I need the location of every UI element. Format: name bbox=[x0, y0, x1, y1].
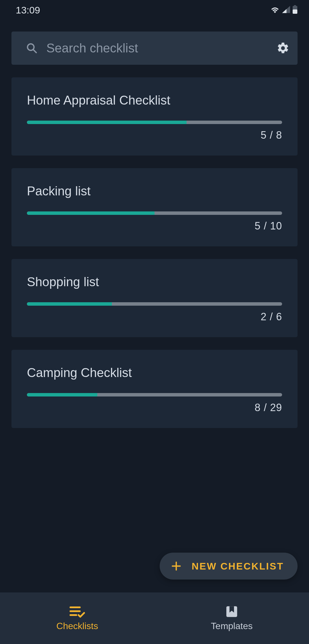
progress-label: 5 / 8 bbox=[27, 129, 282, 141]
checklist-title: Shopping list bbox=[27, 275, 282, 289]
checklist-list: Home Appraisal Checklist5 / 8Packing lis… bbox=[0, 77, 309, 428]
status-icons bbox=[270, 5, 298, 15]
plus-icon bbox=[171, 561, 181, 571]
progress-bar bbox=[27, 302, 282, 306]
checklists-icon bbox=[70, 605, 85, 618]
search-input[interactable] bbox=[46, 41, 276, 55]
search-icon bbox=[26, 42, 38, 54]
checklist-title: Packing list bbox=[27, 184, 282, 198]
checklist-card[interactable]: Packing list5 / 10 bbox=[11, 168, 298, 246]
svg-line-4 bbox=[33, 50, 36, 53]
progress-label: 8 / 29 bbox=[27, 402, 282, 414]
svg-rect-2 bbox=[293, 9, 297, 14]
bottom-nav: Checklists Templates bbox=[0, 592, 309, 644]
progress-bar bbox=[27, 393, 282, 396]
status-bar: 13:09 bbox=[0, 0, 309, 20]
checklist-card[interactable]: Shopping list2 / 6 bbox=[11, 259, 298, 337]
templates-icon bbox=[225, 605, 238, 618]
nav-tab-templates[interactable]: Templates bbox=[154, 592, 309, 644]
wifi-icon bbox=[270, 6, 280, 14]
search-bar[interactable] bbox=[11, 32, 298, 65]
settings-gear-icon[interactable] bbox=[276, 42, 290, 55]
progress-bar bbox=[27, 121, 282, 124]
progress-bar bbox=[27, 211, 282, 215]
battery-icon bbox=[292, 5, 298, 15]
status-time: 13:09 bbox=[16, 5, 40, 16]
progress-fill bbox=[27, 211, 154, 215]
checklist-title: Camping Checklist bbox=[27, 366, 282, 380]
checklist-card[interactable]: Home Appraisal Checklist5 / 8 bbox=[11, 77, 298, 156]
checklist-card[interactable]: Camping Checklist8 / 29 bbox=[11, 350, 298, 428]
progress-fill bbox=[27, 393, 97, 396]
svg-rect-1 bbox=[294, 5, 296, 6]
nav-tab-checklists[interactable]: Checklists bbox=[0, 592, 154, 644]
progress-label: 2 / 6 bbox=[27, 311, 282, 323]
progress-label: 5 / 10 bbox=[27, 220, 282, 232]
cell-signal-icon bbox=[282, 6, 290, 14]
progress-fill bbox=[27, 302, 112, 306]
new-checklist-fab[interactable]: NEW CHECKLIST bbox=[160, 553, 298, 580]
nav-label-templates: Templates bbox=[211, 621, 253, 631]
fab-label: NEW CHECKLIST bbox=[192, 561, 284, 572]
progress-fill bbox=[27, 121, 187, 124]
nav-label-checklists: Checklists bbox=[56, 621, 98, 631]
checklist-title: Home Appraisal Checklist bbox=[27, 93, 282, 107]
